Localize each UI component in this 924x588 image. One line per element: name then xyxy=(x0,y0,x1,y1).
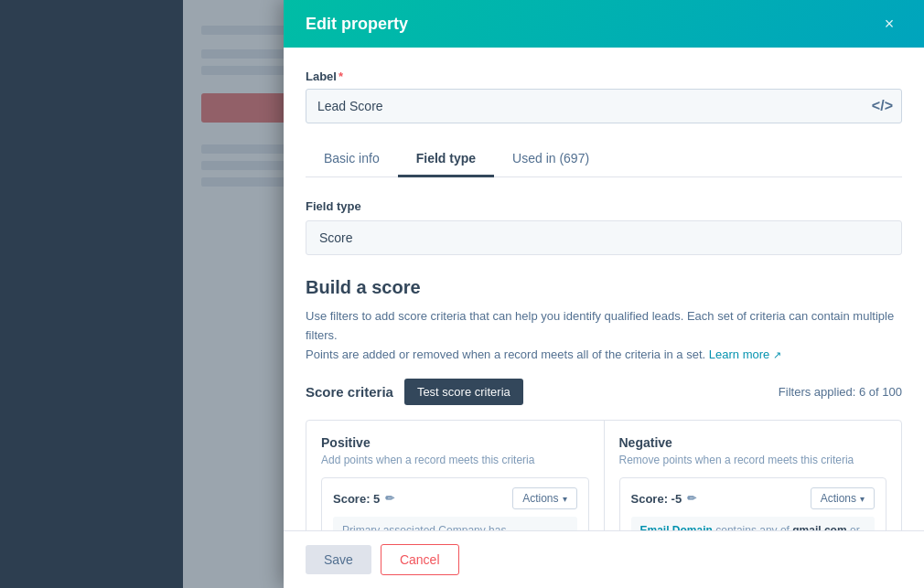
tab-basic-info[interactable]: Basic info xyxy=(306,142,398,177)
positive-actions-button[interactable]: Actions ▾ xyxy=(512,487,576,509)
code-icon[interactable]: </> xyxy=(872,98,893,114)
close-button[interactable]: × xyxy=(876,11,902,37)
score-criteria-row: Score criteria Test score criteria Filte… xyxy=(306,379,902,405)
negative-card-content: Email Domain contains any of gmail.com o… xyxy=(631,517,876,530)
modal-header: Edit property × xyxy=(284,0,924,48)
positive-criteria-col: Positive Add points when a record meets … xyxy=(306,421,605,530)
score-criteria-left: Score criteria Test score criteria xyxy=(306,379,523,405)
negative-actions-button[interactable]: Actions ▾ xyxy=(811,487,875,509)
chevron-down-icon: ▾ xyxy=(563,494,567,504)
field-type-label: Field type xyxy=(306,199,902,213)
positive-score-card-header: Score: 5 ✏ Actions ▾ xyxy=(333,487,577,509)
cancel-button[interactable]: Cancel xyxy=(381,544,459,575)
modal-body: Label* </> Basic info Field type Used in… xyxy=(284,48,924,530)
build-score-description: Use filters to add score criteria that c… xyxy=(306,307,902,364)
tab-field-type[interactable]: Field type xyxy=(398,142,494,177)
field-type-value: Score xyxy=(306,220,902,255)
tab-used-in[interactable]: Used in (697) xyxy=(494,142,607,177)
external-link-icon: ↗ xyxy=(773,349,781,360)
negative-description: Remove points when a record meets this c… xyxy=(619,454,887,466)
score-criteria-label: Score criteria xyxy=(306,384,393,400)
positive-card-content: Primary associated Company has xyxy=(333,517,577,530)
criteria-container: Positive Add points when a record meets … xyxy=(306,420,902,530)
label-form-group: Label* </> xyxy=(306,69,902,123)
negative-edit-icon[interactable]: ✏ xyxy=(687,492,696,505)
learn-more-link[interactable]: Learn more ↗ xyxy=(709,347,781,361)
positive-description: Add points when a record meets this crit… xyxy=(321,454,589,466)
negative-score-card: Score: -5 ✏ Actions ▾ Email Domain conta… xyxy=(619,477,887,530)
positive-edit-icon[interactable]: ✏ xyxy=(385,492,394,505)
positive-score-title: Score: 5 ✏ xyxy=(333,492,394,506)
filters-applied-text: Filters applied: 6 of 100 xyxy=(779,385,902,399)
label-field-label: Label* xyxy=(306,69,902,83)
label-input[interactable] xyxy=(306,89,902,123)
edit-property-modal: Edit property × Label* </> Basic info Fi… xyxy=(284,0,924,588)
modal-title: Edit property xyxy=(306,15,408,34)
negative-title: Negative xyxy=(619,435,887,450)
build-score-title: Build a score xyxy=(306,277,902,298)
label-input-wrapper: </> xyxy=(306,89,902,123)
negative-score-title: Score: -5 ✏ xyxy=(631,492,697,506)
save-button[interactable]: Save xyxy=(306,545,371,574)
negative-criteria-col: Negative Remove points when a record mee… xyxy=(605,421,902,530)
positive-score-card: Score: 5 ✏ Actions ▾ Primary associated … xyxy=(321,477,589,530)
modal-footer: Save Cancel xyxy=(284,530,924,588)
test-score-criteria-button[interactable]: Test score criteria xyxy=(404,379,523,405)
positive-title: Positive xyxy=(321,435,589,450)
negative-chevron-down-icon: ▾ xyxy=(860,494,865,504)
negative-score-card-header: Score: -5 ✏ Actions ▾ xyxy=(631,487,876,509)
tabs-container: Basic info Field type Used in (697) xyxy=(306,142,902,177)
